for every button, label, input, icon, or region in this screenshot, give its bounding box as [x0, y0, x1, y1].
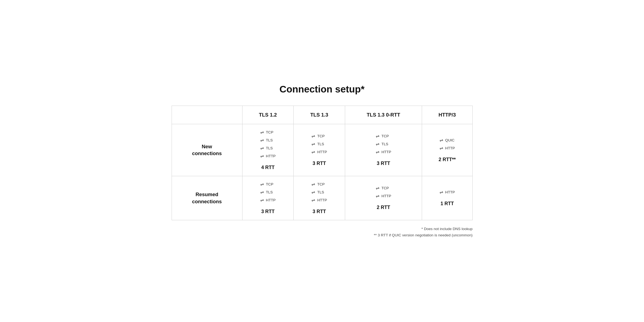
protocol-label: TLS: [317, 190, 324, 194]
double-arrow-icon: ⇌: [311, 141, 315, 147]
cell-r0-c2: ⇌TCP⇌TLS⇌HTTP3 RTT: [345, 124, 422, 176]
header-row: TLS 1.2 TLS 1.3 TLS 1.3 0-RTT HTTP/3: [172, 106, 472, 124]
double-arrow-icon: ⇌: [260, 146, 264, 151]
protocol-label: HTTP: [266, 198, 276, 202]
header-tls12: TLS 1.2: [242, 106, 294, 124]
double-arrow-icon: ⇌: [376, 185, 379, 191]
protocol-item: ⇌HTTP: [311, 149, 327, 155]
cell-content: ⇌TCP⇌TLS⇌HTTP3 RTT: [300, 134, 338, 166]
protocol-label: TLS: [382, 142, 388, 146]
double-arrow-icon: ⇌: [260, 198, 264, 203]
cell-content: ⇌HTTP1 RTT: [429, 190, 466, 207]
protocol-label: HTTP: [445, 146, 455, 150]
footnotes: * Does not include DNS lookup ** 3 RTT i…: [172, 226, 473, 238]
cell-r1-c0: ⇌TCP⇌TLS⇌HTTP3 RTT: [242, 176, 294, 220]
protocol-item: ⇌TCP: [260, 182, 273, 187]
cell-content: ⇌TCP⇌TLS⇌HTTP3 RTT: [352, 134, 415, 166]
rtt-label: 3 RTT: [313, 161, 326, 166]
protocol-item: ⇌HTTP: [260, 198, 276, 203]
protocol-label: TLS: [266, 146, 273, 150]
protocol-item: ⇌TCP: [311, 134, 325, 139]
protocol-item: ⇌TLS: [260, 138, 273, 143]
protocol-item: ⇌TLS: [260, 146, 273, 151]
double-arrow-icon: ⇌: [440, 190, 443, 195]
rtt-label: 2 RTT: [377, 205, 390, 210]
protocol-item: ⇌QUIC: [440, 138, 455, 143]
protocol-label: TLS: [266, 190, 273, 194]
header-http3: HTTP/3: [422, 106, 472, 124]
protocol-label: HTTP: [317, 198, 327, 202]
protocol-item: ⇌HTTP: [311, 198, 327, 203]
protocol-label: QUIC: [445, 138, 455, 142]
protocol-list: ⇌TCP⇌TLS⇌HTTP: [260, 182, 276, 203]
rtt-label: 3 RTT: [377, 161, 390, 166]
double-arrow-icon: ⇌: [260, 182, 264, 187]
double-arrow-icon: ⇌: [311, 182, 315, 187]
protocol-list: ⇌TCP⇌TLS⇌TLS⇌HTTP: [260, 130, 276, 159]
cell-r0-c1: ⇌TCP⇌TLS⇌HTTP3 RTT: [294, 124, 345, 176]
double-arrow-icon: ⇌: [260, 190, 264, 195]
header-tls13-0rtt: TLS 1.3 0-RTT: [345, 106, 422, 124]
cell-content: ⇌TCP⇌HTTP2 RTT: [352, 185, 415, 210]
cell-content: ⇌TCP⇌TLS⇌TLS⇌HTTP4 RTT: [249, 130, 287, 170]
protocol-item: ⇌TLS: [376, 141, 388, 147]
double-arrow-icon: ⇌: [260, 153, 264, 159]
row-label-text: Newconnections: [178, 143, 236, 157]
protocol-list: ⇌TCP⇌TLS⇌HTTP: [311, 134, 327, 155]
double-arrow-icon: ⇌: [376, 193, 379, 199]
double-arrow-icon: ⇌: [311, 190, 315, 195]
cell-r1-c3: ⇌HTTP1 RTT: [422, 176, 472, 220]
header-tls13: TLS 1.3: [294, 106, 345, 124]
double-arrow-icon: ⇌: [376, 134, 379, 139]
table-row: Resumedconnections⇌TCP⇌TLS⇌HTTP3 RTT⇌TCP…: [172, 176, 472, 220]
row-label: Newconnections: [172, 124, 242, 176]
double-arrow-icon: ⇌: [260, 130, 264, 135]
protocol-label: TCP: [382, 186, 389, 190]
footnote-1: * Does not include DNS lookup: [172, 226, 473, 232]
cell-r0-c0: ⇌TCP⇌TLS⇌TLS⇌HTTP4 RTT: [242, 124, 294, 176]
cell-r1-c1: ⇌TCP⇌TLS⇌HTTP3 RTT: [294, 176, 345, 220]
protocol-item: ⇌HTTP: [376, 149, 391, 155]
protocol-label: HTTP: [266, 154, 276, 158]
protocol-list: ⇌TCP⇌TLS⇌HTTP: [311, 182, 327, 203]
double-arrow-icon: ⇌: [311, 198, 315, 203]
rtt-label: 1 RTT: [440, 201, 454, 207]
protocol-list: ⇌HTTP: [440, 190, 455, 195]
double-arrow-icon: ⇌: [440, 146, 443, 151]
double-arrow-icon: ⇌: [260, 138, 264, 143]
protocol-label: TCP: [266, 130, 273, 134]
rtt-label: 3 RTT: [313, 209, 326, 214]
protocol-label: TCP: [266, 182, 273, 186]
row-label: Resumedconnections: [172, 176, 242, 220]
protocol-label: TLS: [317, 142, 324, 146]
cell-content: ⇌TCP⇌TLS⇌HTTP3 RTT: [300, 182, 338, 214]
protocol-item: ⇌TCP: [311, 182, 325, 187]
double-arrow-icon: ⇌: [376, 141, 379, 147]
cell-content: ⇌QUIC⇌HTTP2 RTT**: [429, 138, 466, 163]
protocol-item: ⇌HTTP: [440, 190, 455, 195]
protocol-list: ⇌TCP⇌TLS⇌HTTP: [376, 134, 391, 155]
footnote-2: ** 3 RTT if QUIC version negotiation is …: [172, 232, 473, 238]
protocol-item: ⇌TCP: [376, 134, 389, 139]
page-title: Connection setup*: [172, 84, 473, 95]
protocol-label: HTTP: [445, 190, 455, 194]
protocol-label: HTTP: [317, 150, 327, 154]
protocol-item: ⇌TLS: [311, 190, 324, 195]
row-label-text: Resumedconnections: [178, 191, 236, 205]
protocol-item: ⇌TCP: [260, 130, 273, 135]
protocol-label: TLS: [266, 138, 273, 142]
cell-r0-c3: ⇌QUIC⇌HTTP2 RTT**: [422, 124, 472, 176]
protocol-label: HTTP: [382, 194, 391, 198]
rtt-label: 4 RTT: [261, 165, 275, 170]
double-arrow-icon: ⇌: [440, 138, 443, 143]
double-arrow-icon: ⇌: [311, 149, 315, 155]
rtt-label: 2 RTT**: [439, 157, 456, 163]
protocol-label: HTTP: [382, 150, 391, 154]
protocol-label: TCP: [317, 182, 325, 186]
protocol-item: ⇌HTTP: [260, 153, 276, 159]
cell-content: ⇌TCP⇌TLS⇌HTTP3 RTT: [249, 182, 287, 214]
double-arrow-icon: ⇌: [311, 134, 315, 139]
protocol-item: ⇌HTTP: [376, 193, 391, 199]
cell-r1-c2: ⇌TCP⇌HTTP2 RTT: [345, 176, 422, 220]
protocol-list: ⇌TCP⇌HTTP: [376, 185, 391, 199]
